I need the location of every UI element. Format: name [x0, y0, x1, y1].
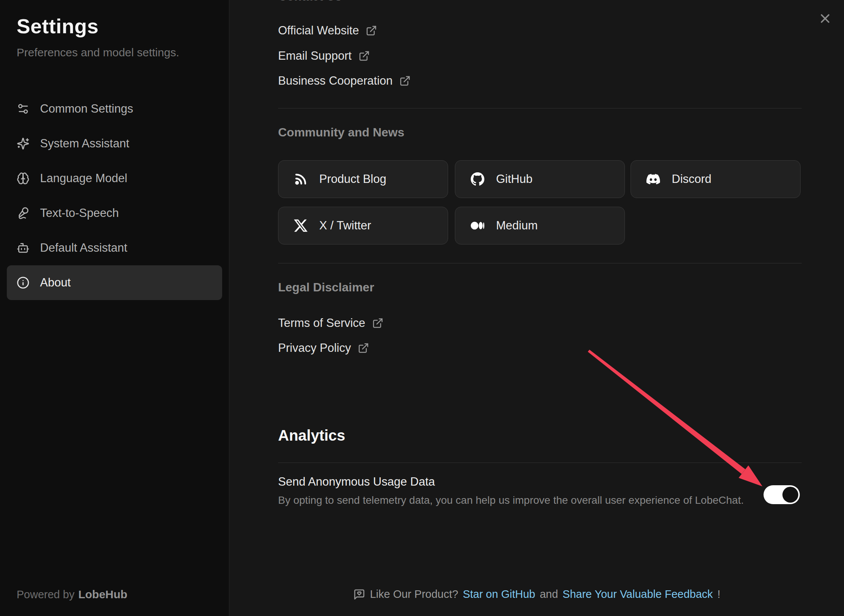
divider — [278, 463, 802, 463]
external-link-icon — [359, 50, 370, 62]
sidebar-item-label: Common Settings — [40, 102, 133, 116]
sidebar-item-about[interactable]: About — [7, 265, 222, 300]
divider — [278, 263, 802, 263]
link-label: Terms of Service — [278, 316, 365, 330]
medium-button[interactable]: Medium — [455, 207, 625, 245]
section-title-analytics: Analytics — [278, 427, 345, 444]
section-title-community: Community and News — [278, 125, 404, 139]
medium-icon — [470, 218, 485, 233]
sidebar-item-default-assistant[interactable]: Default Assistant — [7, 231, 222, 265]
link-terms-of-service[interactable]: Terms of Service — [278, 314, 383, 332]
sidebar-item-label: Language Model — [40, 172, 127, 185]
sidebar-item-label: Default Assistant — [40, 241, 127, 255]
footer-text: and — [540, 588, 558, 601]
external-link-icon — [372, 317, 383, 329]
button-label: Discord — [672, 172, 711, 186]
footer-text: ! — [717, 588, 720, 601]
usage-data-description: By opting to send telemetry data, you ca… — [278, 494, 744, 506]
close-button[interactable] — [816, 9, 834, 28]
share-feedback-link[interactable]: Share Your Valuable Feedback — [563, 588, 713, 601]
sidebar-item-text-to-speech[interactable]: Text-to-Speech — [7, 196, 222, 231]
powered-by-text: Powered by — [17, 588, 74, 601]
x-twitter-button[interactable]: X / Twitter — [278, 207, 448, 245]
rss-icon — [294, 172, 308, 186]
link-email-support[interactable]: Email Support — [278, 47, 370, 65]
discord-button[interactable]: Discord — [631, 160, 801, 198]
button-label: Product Blog — [319, 172, 386, 186]
brand-logo[interactable]: LobeHub — [78, 588, 127, 601]
discord-icon — [646, 172, 660, 186]
close-icon — [818, 11, 832, 26]
button-label: GitHub — [496, 172, 532, 186]
powered-by: Powered byLobeHub — [17, 588, 127, 601]
star-on-github-link[interactable]: Star on GitHub — [463, 588, 535, 601]
settings-modal: Settings Preferences and model settings.… — [0, 0, 844, 616]
link-label: Business Cooperation — [278, 74, 393, 88]
product-blog-button[interactable]: Product Blog — [278, 160, 448, 198]
usage-data-label: Send Anonymous Usage Data — [278, 475, 435, 489]
about-panel: Contact Us Official Website Email Suppor… — [230, 0, 844, 616]
github-button[interactable]: GitHub — [455, 160, 625, 198]
sidebar-item-common-settings[interactable]: Common Settings — [7, 91, 222, 126]
sidebar-item-language-model[interactable]: Language Model — [7, 161, 222, 196]
toggle-knob — [782, 487, 798, 503]
external-link-icon — [399, 75, 411, 87]
sidebar-item-system-assistant[interactable]: System Assistant — [7, 126, 222, 161]
button-label: X / Twitter — [319, 219, 371, 232]
feedback-heart-icon — [353, 588, 365, 601]
page-title: Settings — [17, 14, 99, 38]
sparkles-icon — [17, 137, 29, 150]
section-title-legal: Legal Disclaimer — [278, 280, 374, 294]
microphone-icon — [17, 207, 29, 220]
about-content: Contact Us Official Website Email Suppor… — [278, 0, 802, 616]
link-business-cooperation[interactable]: Business Cooperation — [278, 72, 411, 90]
footer-text: Like Our Product? — [370, 588, 458, 601]
footer-banner: Like Our Product? Star on GitHub and Sha… — [230, 588, 844, 603]
info-icon — [17, 276, 29, 289]
link-label: Email Support — [278, 49, 352, 63]
page-subtitle: Preferences and model settings. — [17, 46, 179, 59]
x-icon — [294, 218, 308, 233]
sidebar-item-label: About — [40, 276, 71, 289]
external-link-icon — [358, 342, 369, 354]
sliders-icon — [17, 102, 29, 115]
settings-nav: Common Settings System Assistant — [7, 91, 222, 300]
section-title-contact-us: Contact Us — [278, 0, 342, 3]
link-official-website[interactable]: Official Website — [278, 22, 377, 39]
external-link-icon — [366, 25, 377, 36]
bot-icon — [17, 241, 29, 254]
sidebar-item-label: Text-to-Speech — [40, 206, 119, 220]
link-privacy-policy[interactable]: Privacy Policy — [278, 339, 369, 357]
sidebar-item-label: System Assistant — [40, 137, 129, 150]
button-label: Medium — [496, 219, 538, 232]
github-icon — [470, 172, 485, 186]
brain-icon — [17, 172, 29, 185]
link-label: Official Website — [278, 24, 359, 37]
settings-sidebar: Settings Preferences and model settings.… — [0, 0, 229, 616]
link-label: Privacy Policy — [278, 341, 351, 355]
usage-data-toggle[interactable] — [764, 485, 800, 504]
divider — [278, 108, 802, 108]
